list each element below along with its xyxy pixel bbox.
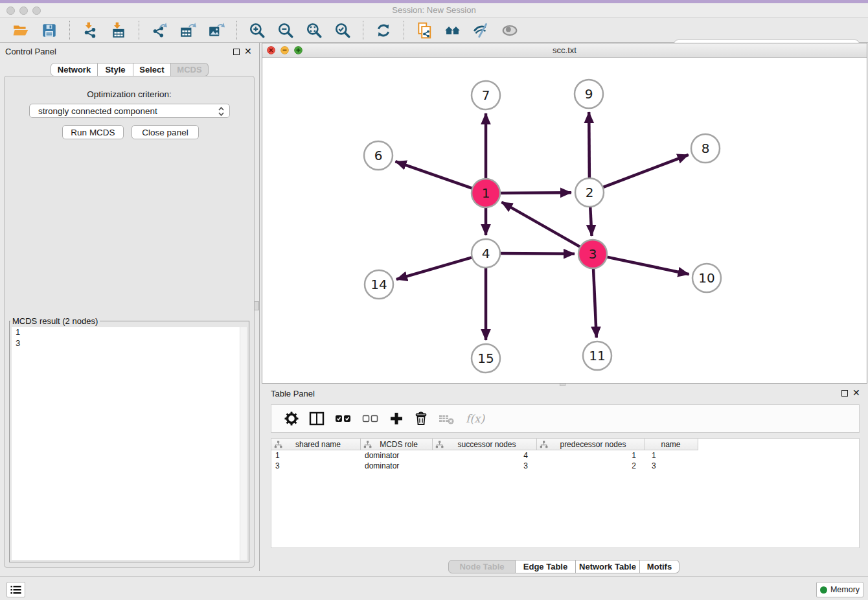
export-table-icon[interactable] [179,22,196,39]
cell-successor-nodes[interactable]: 4 [433,450,537,461]
zoom-selected-icon[interactable] [334,22,351,39]
column-header-successor-nodes[interactable]: successor nodes [433,439,537,450]
control-panel-title: Control Panel [5,47,56,56]
table-toolbar: f(x) [271,404,860,433]
vertical-splitter[interactable] [259,43,260,571]
task-history-button[interactable] [6,582,25,597]
vertical-splitter-handle[interactable] [254,301,259,310]
cell-successor-nodes[interactable]: 3 [433,461,537,471]
delete-table-icon[interactable] [439,411,455,426]
toolbar-separator [139,21,139,40]
refresh-layout-icon[interactable] [375,22,392,39]
tab-motifs[interactable]: Motifs [640,560,680,573]
graph-edge-3-11[interactable] [593,267,597,338]
show-graphics-details-icon[interactable] [501,22,518,39]
import-table-icon[interactable] [110,22,127,39]
column-header-shared-name[interactable]: shared name [271,439,361,450]
graph-node-label: 3 [589,246,597,262]
export-image-icon[interactable] [208,22,225,39]
tab-style[interactable]: Style [98,63,133,76]
graph-node-label: 15 [477,351,494,366]
first-neighbors-icon[interactable] [444,22,461,39]
show-column-panel-icon[interactable] [309,411,325,426]
graph-node-label: 1 [482,185,490,201]
zoom-in-icon[interactable] [249,22,266,39]
function-builder-icon[interactable]: f(x) [466,412,485,425]
duplicate-network-icon[interactable] [416,22,433,39]
table-settings-gear-icon[interactable] [284,411,299,426]
zoom-fit-icon[interactable] [306,22,323,39]
cell-mcds-role[interactable]: dominator [361,450,433,461]
memory-button[interactable]: Memory [816,582,863,597]
result-scrollbar[interactable] [240,327,247,560]
network-window-title: scc.txt [262,45,867,55]
cell-shared-name[interactable]: 1 [271,450,361,461]
run-mcds-button[interactable]: Run MCDS [62,125,124,139]
graph-edge-2-9[interactable] [589,112,589,179]
window-top-accent [0,0,868,3]
cell-mcds-role[interactable]: dominator [361,461,433,471]
cell-predecessor-nodes[interactable]: 1 [537,450,645,461]
column-type-icon [540,441,548,448]
graph-edge-1-6[interactable] [395,161,474,189]
delete-columns-trash-icon[interactable] [414,411,428,426]
column-header-name[interactable]: name [645,439,698,450]
control-panel-tab-bar: Network Style Select MCDS [51,63,209,76]
mcds-panel: Optimization criterion: strongly connect… [4,76,255,568]
cell-name[interactable]: 1 [645,450,698,461]
select-stepper-icon [218,106,225,117]
table-panel-float-button[interactable] [841,390,848,397]
table-row[interactable]: 1 dominator 4 1 1 [271,450,859,461]
graph-edge-4-3[interactable] [499,253,575,254]
graph-edge-3-1[interactable] [501,202,581,248]
table-panel-tab-bar: Node Table Edge Table Network Table Moti… [448,560,680,573]
unselect-all-columns-icon[interactable] [362,411,379,426]
tab-node-table[interactable]: Node Table [448,560,516,573]
toolbar-separator [404,21,404,40]
status-bar: Memory [0,576,868,600]
criterion-select[interactable]: strongly connected component [29,104,230,118]
column-type-icon [435,441,444,448]
mcds-result-line: 1 [12,327,247,338]
save-session-icon[interactable] [41,22,58,39]
column-header-predecessor-nodes[interactable]: predecessor nodes [537,439,645,450]
graph-node-label: 10 [698,270,714,286]
window-title: Session: New Session [0,5,868,15]
node-table: shared name MCDS role successor nodes pr… [271,438,860,548]
select-all-columns-icon[interactable] [335,411,352,426]
cell-shared-name[interactable]: 3 [271,461,361,471]
graph-node-label: 14 [371,277,387,292]
open-session-icon[interactable] [12,22,29,39]
zoom-out-icon[interactable] [277,22,294,39]
graph-edge-4-14[interactable] [396,257,474,280]
import-network-icon[interactable] [82,22,98,39]
cell-predecessor-nodes[interactable]: 2 [537,461,645,471]
control-panel-close-button[interactable]: ✕ [244,47,252,55]
close-panel-button[interactable]: Close panel [131,125,199,139]
tab-edge-table[interactable]: Edge Table [516,560,576,573]
cell-name[interactable]: 3 [645,461,698,471]
mcds-result-textarea[interactable]: 1 3 [12,327,247,560]
tab-select[interactable]: Select [133,63,171,76]
control-panel-float-button[interactable] [233,49,240,55]
table-header-row: shared name MCDS role successor nodes pr… [271,439,859,450]
tab-network-table[interactable]: Network Table [576,560,640,573]
tab-network[interactable]: Network [51,63,98,76]
hide-graphics-details-icon[interactable] [473,22,490,39]
network-window-titlebar[interactable]: scc.txt [262,43,867,58]
graph-edge-3-10[interactable] [606,257,689,274]
toolbar-separator [236,21,237,40]
optimization-criterion-label: Optimization criterion: [5,89,254,99]
graph-edge-2-3[interactable] [590,205,591,236]
export-network-icon[interactable] [151,22,168,39]
graph-node-label: 8 [702,141,710,156]
create-new-column-icon[interactable] [389,411,404,426]
graph-edge-2-8[interactable] [602,155,689,188]
column-header-mcds-role[interactable]: MCDS role [361,439,433,450]
table-panel-close-button[interactable]: ✕ [852,389,860,397]
table-row[interactable]: 3 dominator 3 2 3 [271,461,859,471]
graph-node-label: 9 [585,86,593,102]
network-graph[interactable]: 1234678910111415 [262,58,867,383]
graph-edge-1-2[interactable] [499,192,571,193]
tab-mcds[interactable]: MCDS [171,63,209,76]
